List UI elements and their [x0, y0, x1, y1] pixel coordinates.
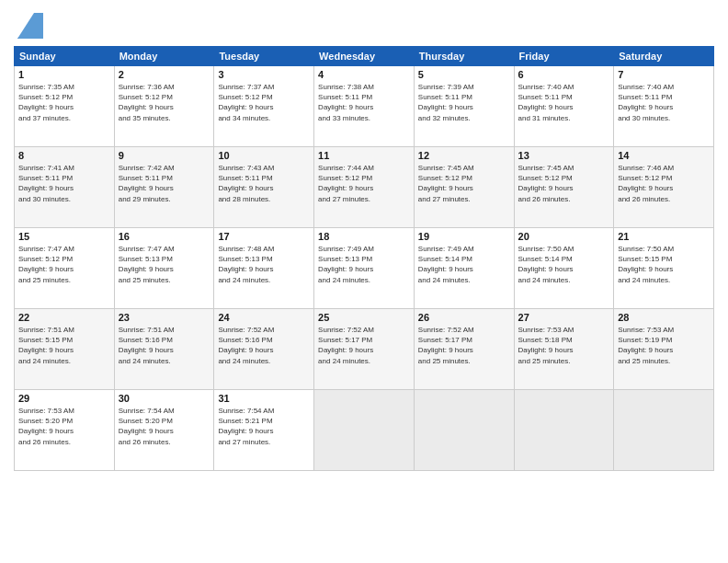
week-row-2: 8Sunrise: 7:41 AM Sunset: 5:11 PM Daylig… — [15, 147, 714, 228]
day-info: Sunrise: 7:51 AM Sunset: 5:16 PM Dayligh… — [119, 325, 210, 366]
day-number: 30 — [119, 393, 210, 404]
day-cell: 30Sunrise: 7:54 AM Sunset: 5:20 PM Dayli… — [114, 390, 214, 471]
day-number: 20 — [518, 231, 610, 242]
day-info: Sunrise: 7:39 AM Sunset: 5:11 PM Dayligh… — [418, 82, 510, 123]
day-number: 22 — [18, 312, 110, 323]
day-number: 3 — [218, 69, 310, 80]
day-info: Sunrise: 7:46 AM Sunset: 5:12 PM Dayligh… — [618, 163, 710, 204]
calendar-page: SundayMondayTuesdayWednesdayThursdayFrid… — [0, 0, 728, 563]
week-row-1: 1Sunrise: 7:35 AM Sunset: 5:12 PM Daylig… — [15, 66, 714, 147]
day-info: Sunrise: 7:51 AM Sunset: 5:15 PM Dayligh… — [18, 325, 110, 366]
day-number: 11 — [318, 150, 410, 161]
day-info: Sunrise: 7:47 AM Sunset: 5:12 PM Dayligh… — [18, 244, 110, 285]
day-info: Sunrise: 7:45 AM Sunset: 5:12 PM Dayligh… — [418, 163, 510, 204]
day-info: Sunrise: 7:38 AM Sunset: 5:11 PM Dayligh… — [318, 82, 410, 123]
day-cell: 25Sunrise: 7:52 AM Sunset: 5:17 PM Dayli… — [314, 309, 415, 390]
day-info: Sunrise: 7:35 AM Sunset: 5:12 PM Dayligh… — [18, 82, 110, 123]
day-info: Sunrise: 7:49 AM Sunset: 5:14 PM Dayligh… — [418, 244, 510, 285]
day-info: Sunrise: 7:50 AM Sunset: 5:15 PM Dayligh… — [618, 244, 710, 285]
day-cell: 14Sunrise: 7:46 AM Sunset: 5:12 PM Dayli… — [614, 147, 714, 228]
day-cell: 3Sunrise: 7:37 AM Sunset: 5:12 PM Daylig… — [214, 66, 314, 147]
day-number: 27 — [518, 312, 610, 323]
day-number: 15 — [18, 231, 110, 242]
weekday-header-saturday: Saturday — [614, 47, 714, 66]
day-info: Sunrise: 7:52 AM Sunset: 5:17 PM Dayligh… — [418, 325, 510, 366]
day-info: Sunrise: 7:52 AM Sunset: 5:16 PM Dayligh… — [218, 325, 310, 366]
day-cell: 19Sunrise: 7:49 AM Sunset: 5:14 PM Dayli… — [414, 228, 514, 309]
logo — [14, 13, 43, 39]
day-cell: 28Sunrise: 7:53 AM Sunset: 5:19 PM Dayli… — [614, 309, 714, 390]
day-number: 6 — [518, 69, 610, 80]
day-cell: 10Sunrise: 7:43 AM Sunset: 5:11 PM Dayli… — [214, 147, 314, 228]
day-number: 12 — [418, 150, 510, 161]
day-info: Sunrise: 7:44 AM Sunset: 5:12 PM Dayligh… — [318, 163, 410, 204]
weekday-header-friday: Friday — [514, 47, 614, 66]
day-info: Sunrise: 7:54 AM Sunset: 5:21 PM Dayligh… — [218, 406, 310, 447]
day-cell: 11Sunrise: 7:44 AM Sunset: 5:12 PM Dayli… — [314, 147, 415, 228]
day-info: Sunrise: 7:43 AM Sunset: 5:11 PM Dayligh… — [218, 163, 310, 204]
day-cell: 20Sunrise: 7:50 AM Sunset: 5:14 PM Dayli… — [514, 228, 614, 309]
day-cell: 7Sunrise: 7:40 AM Sunset: 5:11 PM Daylig… — [614, 66, 714, 147]
day-info: Sunrise: 7:48 AM Sunset: 5:13 PM Dayligh… — [218, 244, 310, 285]
day-cell: 8Sunrise: 7:41 AM Sunset: 5:11 PM Daylig… — [15, 147, 115, 228]
day-number: 2 — [119, 69, 210, 80]
day-number: 14 — [618, 150, 710, 161]
day-cell: 18Sunrise: 7:49 AM Sunset: 5:13 PM Dayli… — [314, 228, 415, 309]
weekday-header-thursday: Thursday — [414, 47, 514, 66]
day-info: Sunrise: 7:37 AM Sunset: 5:12 PM Dayligh… — [218, 82, 310, 123]
day-number: 31 — [218, 393, 310, 404]
day-info: Sunrise: 7:40 AM Sunset: 5:11 PM Dayligh… — [518, 82, 610, 123]
day-info: Sunrise: 7:53 AM Sunset: 5:18 PM Dayligh… — [518, 325, 610, 366]
day-cell — [614, 390, 714, 471]
day-cell: 21Sunrise: 7:50 AM Sunset: 5:15 PM Dayli… — [614, 228, 714, 309]
day-info: Sunrise: 7:52 AM Sunset: 5:17 PM Dayligh… — [318, 325, 410, 366]
svg-marker-1 — [17, 13, 43, 39]
day-info: Sunrise: 7:49 AM Sunset: 5:13 PM Dayligh… — [318, 244, 410, 285]
logo-icon — [17, 13, 43, 39]
day-cell: 9Sunrise: 7:42 AM Sunset: 5:11 PM Daylig… — [114, 147, 214, 228]
day-cell: 16Sunrise: 7:47 AM Sunset: 5:13 PM Dayli… — [114, 228, 214, 309]
day-number: 4 — [318, 69, 410, 80]
week-row-3: 15Sunrise: 7:47 AM Sunset: 5:12 PM Dayli… — [15, 228, 714, 309]
day-cell — [314, 390, 415, 471]
day-cell: 24Sunrise: 7:52 AM Sunset: 5:16 PM Dayli… — [214, 309, 314, 390]
weekday-header-tuesday: Tuesday — [214, 47, 314, 66]
day-cell: 15Sunrise: 7:47 AM Sunset: 5:12 PM Dayli… — [15, 228, 115, 309]
day-info: Sunrise: 7:47 AM Sunset: 5:13 PM Dayligh… — [119, 244, 210, 285]
day-cell: 2Sunrise: 7:36 AM Sunset: 5:12 PM Daylig… — [114, 66, 214, 147]
day-number: 8 — [18, 150, 110, 161]
day-number: 18 — [318, 231, 410, 242]
day-cell: 22Sunrise: 7:51 AM Sunset: 5:15 PM Dayli… — [15, 309, 115, 390]
day-cell: 5Sunrise: 7:39 AM Sunset: 5:11 PM Daylig… — [414, 66, 514, 147]
day-number: 1 — [18, 69, 110, 80]
day-number: 29 — [18, 393, 110, 404]
day-cell: 23Sunrise: 7:51 AM Sunset: 5:16 PM Dayli… — [114, 309, 214, 390]
day-info: Sunrise: 7:41 AM Sunset: 5:11 PM Dayligh… — [18, 163, 110, 204]
day-number: 10 — [218, 150, 310, 161]
weekday-header-monday: Monday — [114, 47, 214, 66]
day-number: 26 — [418, 312, 510, 323]
day-cell — [514, 390, 614, 471]
day-info: Sunrise: 7:36 AM Sunset: 5:12 PM Dayligh… — [119, 82, 210, 123]
day-number: 28 — [618, 312, 710, 323]
day-cell: 6Sunrise: 7:40 AM Sunset: 5:11 PM Daylig… — [514, 66, 614, 147]
day-info: Sunrise: 7:42 AM Sunset: 5:11 PM Dayligh… — [119, 163, 210, 204]
day-info: Sunrise: 7:40 AM Sunset: 5:11 PM Dayligh… — [618, 82, 710, 123]
day-cell: 4Sunrise: 7:38 AM Sunset: 5:11 PM Daylig… — [314, 66, 415, 147]
day-cell: 17Sunrise: 7:48 AM Sunset: 5:13 PM Dayli… — [214, 228, 314, 309]
weekday-header-sunday: Sunday — [15, 47, 115, 66]
day-number: 9 — [119, 150, 210, 161]
day-number: 25 — [318, 312, 410, 323]
day-cell: 29Sunrise: 7:53 AM Sunset: 5:20 PM Dayli… — [15, 390, 115, 471]
day-number: 19 — [418, 231, 510, 242]
day-cell: 31Sunrise: 7:54 AM Sunset: 5:21 PM Dayli… — [214, 390, 314, 471]
day-info: Sunrise: 7:50 AM Sunset: 5:14 PM Dayligh… — [518, 244, 610, 285]
week-row-4: 22Sunrise: 7:51 AM Sunset: 5:15 PM Dayli… — [15, 309, 714, 390]
day-cell: 12Sunrise: 7:45 AM Sunset: 5:12 PM Dayli… — [414, 147, 514, 228]
day-number: 24 — [218, 312, 310, 323]
day-info: Sunrise: 7:45 AM Sunset: 5:12 PM Dayligh… — [518, 163, 610, 204]
day-number: 13 — [518, 150, 610, 161]
day-info: Sunrise: 7:53 AM Sunset: 5:19 PM Dayligh… — [618, 325, 710, 366]
week-row-5: 29Sunrise: 7:53 AM Sunset: 5:20 PM Dayli… — [15, 390, 714, 471]
day-number: 5 — [418, 69, 510, 80]
